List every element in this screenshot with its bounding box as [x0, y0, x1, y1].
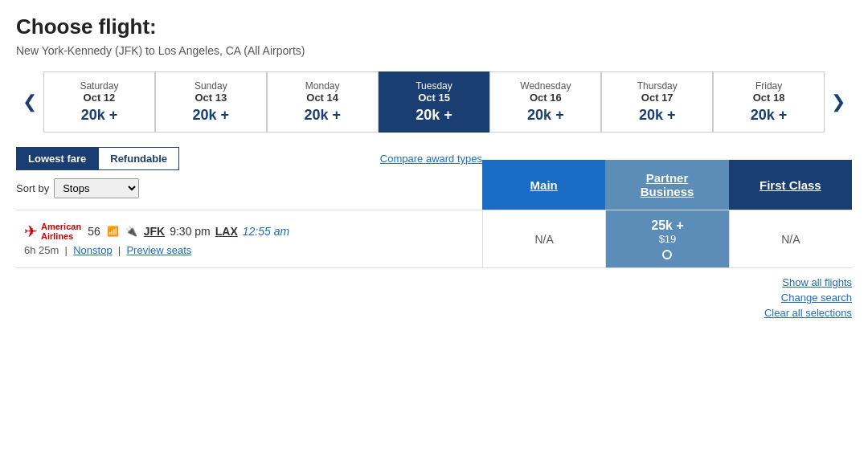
day-price: 20k + [719, 107, 819, 124]
date-cell[interactable]: Tuesday Oct 15 20k + [379, 71, 490, 133]
sort-label: Sort by [16, 182, 49, 194]
date-cell[interactable]: Sunday Oct 13 20k + [155, 71, 267, 133]
day-name: Monday [272, 80, 373, 92]
day-date: Oct 17 [607, 92, 707, 104]
departure-time: 9:30 pm [170, 225, 211, 238]
compare-award-types-link[interactable]: Compare award types [380, 153, 482, 165]
next-date-arrow[interactable]: ❯ [825, 71, 852, 133]
day-name: Sunday [161, 80, 261, 92]
first-class-fare-cell: N/A [729, 210, 852, 267]
date-cell[interactable]: Friday Oct 18 20k + [713, 71, 825, 133]
airline-logo: ✈ AmericanAirlines [24, 222, 81, 241]
date-cell[interactable]: Wednesday Oct 16 20k + [489, 71, 601, 133]
day-date: Oct 15 [384, 92, 485, 104]
main-fare-cell: N/A [482, 210, 605, 267]
day-price: 20k + [49, 107, 149, 124]
day-name: Wednesday [495, 80, 596, 92]
nonstop-link[interactable]: Nonstop [73, 244, 112, 256]
wifi-icon: 📶 [107, 226, 119, 237]
arrival-time: 12:55 am [243, 225, 289, 238]
date-cell[interactable]: Monday Oct 14 20k + [267, 71, 379, 133]
partner-fee: $19 [659, 233, 677, 245]
departure-airport: JFK [144, 225, 165, 238]
airline-name-label: AmericanAirlines [41, 222, 81, 241]
day-name: Saturday [49, 80, 149, 92]
main-column-header[interactable]: Main [482, 160, 605, 210]
sort-row: Sort by StopsDepartureArrivalDuration [16, 178, 482, 198]
duration-label: 6h 25m [24, 244, 59, 256]
route-info: JFK 9:30 pm LAX 12:55 am [144, 225, 289, 238]
day-date: Oct 16 [495, 92, 596, 104]
first-class-column-header[interactable]: First Class [729, 160, 852, 210]
day-price: 20k + [495, 107, 596, 124]
show-all-flights-link[interactable]: Show all flights [782, 276, 852, 288]
day-price: 20k + [384, 107, 485, 124]
day-name: Friday [719, 80, 819, 92]
flight-row: ✈ AmericanAirlines 56 📶 🔌 JFK 9:30 pm LA… [16, 210, 852, 268]
clear-all-link[interactable]: Clear all selections [764, 307, 852, 319]
refundable-button[interactable]: Refundable [98, 147, 179, 170]
lowest-fare-button[interactable]: Lowest fare [16, 147, 98, 170]
power-icon: 🔌 [125, 226, 137, 237]
date-cells: Saturday Oct 12 20k + Sunday Oct 13 20k … [43, 71, 825, 133]
day-date: Oct 12 [49, 92, 149, 104]
flight-info: ✈ AmericanAirlines 56 📶 🔌 JFK 9:30 pm LA… [16, 210, 482, 267]
flight-bottom-info: 6h 25m | Nonstop | Preview seats [24, 244, 474, 256]
change-search-link[interactable]: Change search [781, 292, 852, 304]
fare-cells: N/A 25k + $19 N/A [482, 210, 852, 267]
day-price: 20k + [272, 107, 373, 124]
prev-date-arrow[interactable]: ❮ [16, 71, 43, 133]
preview-seats-link[interactable]: Preview seats [126, 244, 191, 256]
date-cell[interactable]: Thursday Oct 17 20k + [601, 71, 713, 133]
bottom-links: Show all flights Change search Clear all… [16, 268, 852, 327]
date-cell[interactable]: Saturday Oct 12 20k + [43, 71, 155, 133]
flight-number: 56 [88, 225, 100, 238]
partner-fare-cell[interactable]: 25k + $19 [605, 210, 728, 267]
partner-business-column-header[interactable]: PartnerBusiness [605, 160, 728, 210]
day-name: Tuesday [384, 80, 485, 92]
partner-price: 25k + [651, 218, 683, 233]
day-date: Oct 18 [719, 92, 819, 104]
arrival-airport: LAX [215, 225, 238, 238]
day-date: Oct 14 [272, 92, 373, 104]
sort-select[interactable]: StopsDepartureArrivalDuration [54, 178, 139, 198]
page-title: Choose flight: [16, 14, 852, 39]
day-price: 20k + [161, 107, 261, 124]
select-indicator [662, 250, 672, 259]
column-headers: Main PartnerBusiness First Class [482, 160, 852, 210]
page-subtitle: New York-Kennedy (JFK) to Los Angeles, C… [16, 44, 852, 57]
day-name: Thursday [607, 80, 707, 92]
day-date: Oct 13 [161, 92, 261, 104]
day-price: 20k + [607, 107, 707, 124]
date-navigation: ❮ Saturday Oct 12 20k + Sunday Oct 13 20… [16, 71, 852, 133]
american-airlines-icon: ✈ [24, 222, 38, 241]
filters-row: Lowest fare Refundable Compare award typ… [16, 147, 482, 170]
